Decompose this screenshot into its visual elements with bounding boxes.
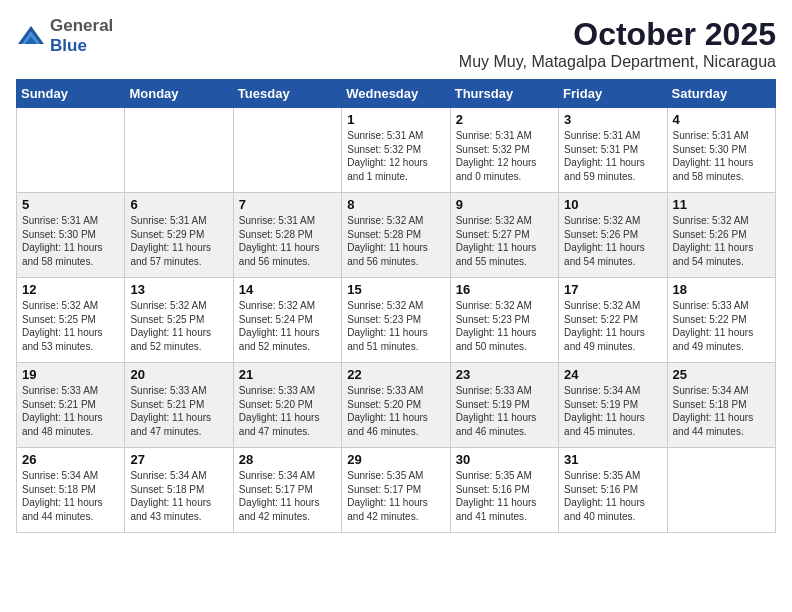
day-number: 3 [564,112,661,127]
calendar-cell: 13Sunrise: 5:32 AMSunset: 5:25 PMDayligh… [125,278,233,363]
day-info: Sunrise: 5:31 AMSunset: 5:30 PMDaylight:… [22,214,119,268]
week-row-3: 12Sunrise: 5:32 AMSunset: 5:25 PMDayligh… [17,278,776,363]
day-info: Sunrise: 5:33 AMSunset: 5:21 PMDaylight:… [130,384,227,438]
calendar-cell: 26Sunrise: 5:34 AMSunset: 5:18 PMDayligh… [17,448,125,533]
day-number: 21 [239,367,336,382]
month-title: October 2025 [459,16,776,53]
day-number: 17 [564,282,661,297]
calendar-cell: 30Sunrise: 5:35 AMSunset: 5:16 PMDayligh… [450,448,558,533]
title-block: October 2025 Muy Muy, Matagalpa Departme… [459,16,776,71]
calendar-cell [233,108,341,193]
calendar-cell: 20Sunrise: 5:33 AMSunset: 5:21 PMDayligh… [125,363,233,448]
calendar-table: SundayMondayTuesdayWednesdayThursdayFrid… [16,79,776,533]
calendar-cell: 7Sunrise: 5:31 AMSunset: 5:28 PMDaylight… [233,193,341,278]
day-info: Sunrise: 5:31 AMSunset: 5:32 PMDaylight:… [347,129,444,183]
day-number: 7 [239,197,336,212]
calendar-cell: 25Sunrise: 5:34 AMSunset: 5:18 PMDayligh… [667,363,775,448]
day-info: Sunrise: 5:32 AMSunset: 5:27 PMDaylight:… [456,214,553,268]
calendar-cell: 19Sunrise: 5:33 AMSunset: 5:21 PMDayligh… [17,363,125,448]
calendar-cell: 18Sunrise: 5:33 AMSunset: 5:22 PMDayligh… [667,278,775,363]
day-number: 26 [22,452,119,467]
day-number: 24 [564,367,661,382]
day-info: Sunrise: 5:33 AMSunset: 5:19 PMDaylight:… [456,384,553,438]
day-info: Sunrise: 5:32 AMSunset: 5:23 PMDaylight:… [456,299,553,353]
location-title: Muy Muy, Matagalpa Department, Nicaragua [459,53,776,71]
weekday-header-friday: Friday [559,80,667,108]
calendar-cell: 11Sunrise: 5:32 AMSunset: 5:26 PMDayligh… [667,193,775,278]
calendar-cell: 16Sunrise: 5:32 AMSunset: 5:23 PMDayligh… [450,278,558,363]
day-info: Sunrise: 5:33 AMSunset: 5:22 PMDaylight:… [673,299,770,353]
day-number: 15 [347,282,444,297]
calendar-cell [667,448,775,533]
day-info: Sunrise: 5:32 AMSunset: 5:26 PMDaylight:… [564,214,661,268]
day-number: 5 [22,197,119,212]
week-row-2: 5Sunrise: 5:31 AMSunset: 5:30 PMDaylight… [17,193,776,278]
day-number: 14 [239,282,336,297]
day-info: Sunrise: 5:32 AMSunset: 5:26 PMDaylight:… [673,214,770,268]
day-info: Sunrise: 5:32 AMSunset: 5:28 PMDaylight:… [347,214,444,268]
day-number: 27 [130,452,227,467]
calendar-cell: 24Sunrise: 5:34 AMSunset: 5:19 PMDayligh… [559,363,667,448]
week-row-5: 26Sunrise: 5:34 AMSunset: 5:18 PMDayligh… [17,448,776,533]
day-number: 2 [456,112,553,127]
day-number: 25 [673,367,770,382]
calendar-cell: 15Sunrise: 5:32 AMSunset: 5:23 PMDayligh… [342,278,450,363]
day-info: Sunrise: 5:32 AMSunset: 5:25 PMDaylight:… [130,299,227,353]
day-info: Sunrise: 5:35 AMSunset: 5:16 PMDaylight:… [564,469,661,523]
calendar-cell: 28Sunrise: 5:34 AMSunset: 5:17 PMDayligh… [233,448,341,533]
day-number: 22 [347,367,444,382]
calendar-cell [125,108,233,193]
day-number: 28 [239,452,336,467]
calendar-cell: 29Sunrise: 5:35 AMSunset: 5:17 PMDayligh… [342,448,450,533]
week-row-4: 19Sunrise: 5:33 AMSunset: 5:21 PMDayligh… [17,363,776,448]
day-info: Sunrise: 5:31 AMSunset: 5:28 PMDaylight:… [239,214,336,268]
day-number: 20 [130,367,227,382]
logo-blue: Blue [50,36,87,55]
day-info: Sunrise: 5:33 AMSunset: 5:20 PMDaylight:… [239,384,336,438]
day-number: 11 [673,197,770,212]
day-info: Sunrise: 5:34 AMSunset: 5:18 PMDaylight:… [673,384,770,438]
day-info: Sunrise: 5:34 AMSunset: 5:18 PMDaylight:… [130,469,227,523]
day-number: 30 [456,452,553,467]
calendar-cell: 12Sunrise: 5:32 AMSunset: 5:25 PMDayligh… [17,278,125,363]
day-number: 31 [564,452,661,467]
day-number: 4 [673,112,770,127]
calendar-cell: 8Sunrise: 5:32 AMSunset: 5:28 PMDaylight… [342,193,450,278]
calendar-cell: 6Sunrise: 5:31 AMSunset: 5:29 PMDaylight… [125,193,233,278]
calendar-cell: 17Sunrise: 5:32 AMSunset: 5:22 PMDayligh… [559,278,667,363]
day-number: 13 [130,282,227,297]
calendar-cell: 5Sunrise: 5:31 AMSunset: 5:30 PMDaylight… [17,193,125,278]
day-number: 1 [347,112,444,127]
day-info: Sunrise: 5:32 AMSunset: 5:23 PMDaylight:… [347,299,444,353]
calendar-cell: 2Sunrise: 5:31 AMSunset: 5:32 PMDaylight… [450,108,558,193]
day-info: Sunrise: 5:34 AMSunset: 5:19 PMDaylight:… [564,384,661,438]
day-number: 16 [456,282,553,297]
weekday-header-tuesday: Tuesday [233,80,341,108]
calendar-cell: 22Sunrise: 5:33 AMSunset: 5:20 PMDayligh… [342,363,450,448]
page-header: General Blue October 2025 Muy Muy, Matag… [16,16,776,71]
calendar-cell: 23Sunrise: 5:33 AMSunset: 5:19 PMDayligh… [450,363,558,448]
day-info: Sunrise: 5:31 AMSunset: 5:32 PMDaylight:… [456,129,553,183]
day-info: Sunrise: 5:35 AMSunset: 5:16 PMDaylight:… [456,469,553,523]
day-number: 6 [130,197,227,212]
weekday-header-monday: Monday [125,80,233,108]
calendar-cell: 27Sunrise: 5:34 AMSunset: 5:18 PMDayligh… [125,448,233,533]
weekday-header-thursday: Thursday [450,80,558,108]
day-number: 23 [456,367,553,382]
calendar-cell: 31Sunrise: 5:35 AMSunset: 5:16 PMDayligh… [559,448,667,533]
calendar-cell: 21Sunrise: 5:33 AMSunset: 5:20 PMDayligh… [233,363,341,448]
day-info: Sunrise: 5:31 AMSunset: 5:30 PMDaylight:… [673,129,770,183]
logo: General Blue [16,16,113,56]
calendar-cell: 1Sunrise: 5:31 AMSunset: 5:32 PMDaylight… [342,108,450,193]
calendar-cell: 9Sunrise: 5:32 AMSunset: 5:27 PMDaylight… [450,193,558,278]
calendar-cell: 3Sunrise: 5:31 AMSunset: 5:31 PMDaylight… [559,108,667,193]
day-number: 18 [673,282,770,297]
weekday-header-sunday: Sunday [17,80,125,108]
day-info: Sunrise: 5:33 AMSunset: 5:20 PMDaylight:… [347,384,444,438]
logo-icon [16,24,46,48]
day-info: Sunrise: 5:31 AMSunset: 5:31 PMDaylight:… [564,129,661,183]
day-info: Sunrise: 5:34 AMSunset: 5:17 PMDaylight:… [239,469,336,523]
week-row-1: 1Sunrise: 5:31 AMSunset: 5:32 PMDaylight… [17,108,776,193]
day-number: 8 [347,197,444,212]
day-number: 9 [456,197,553,212]
